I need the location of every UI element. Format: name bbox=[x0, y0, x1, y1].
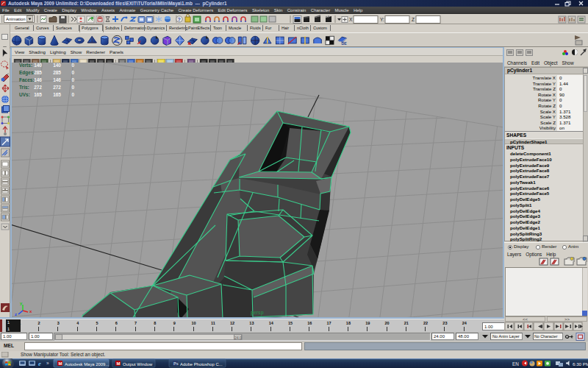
svg-text:Edges:: Edges: bbox=[19, 70, 35, 76]
svg-text:persp: persp bbox=[251, 310, 264, 316]
svg-text:0: 0 bbox=[71, 92, 74, 97]
svg-text:140: 140 bbox=[34, 63, 42, 68]
svg-text:Adobe Photoshop C...: Adobe Photoshop C... bbox=[180, 362, 223, 367]
svg-text:165: 165 bbox=[34, 92, 42, 97]
svg-text:»: » bbox=[46, 361, 49, 366]
svg-text:6:30 PM: 6:30 PM bbox=[573, 361, 588, 367]
svg-text:Ps: Ps bbox=[173, 361, 179, 366]
svg-text:z: z bbox=[15, 312, 17, 316]
svg-text:EN: EN bbox=[512, 361, 519, 367]
svg-text:0: 0 bbox=[71, 70, 74, 75]
svg-text:146: 146 bbox=[34, 77, 42, 82]
svg-text:146: 146 bbox=[53, 77, 61, 82]
svg-text:UVs:: UVs: bbox=[19, 92, 30, 97]
svg-text:Output Window: Output Window bbox=[123, 362, 153, 367]
svg-text:Tris:: Tris: bbox=[19, 85, 29, 90]
svg-text:0: 0 bbox=[71, 63, 74, 68]
svg-text:272: 272 bbox=[34, 85, 42, 90]
svg-text:Verts:: Verts: bbox=[19, 63, 32, 68]
svg-text:272: 272 bbox=[53, 85, 61, 90]
svg-text:140: 140 bbox=[53, 63, 61, 68]
svg-text:M: M bbox=[117, 361, 121, 366]
svg-text:Autodesk Maya 2009...: Autodesk Maya 2009... bbox=[65, 362, 110, 367]
svg-text:285: 285 bbox=[53, 70, 61, 75]
svg-text:M: M bbox=[59, 361, 62, 366]
svg-text:285: 285 bbox=[34, 70, 42, 75]
svg-text:0: 0 bbox=[71, 77, 74, 82]
svg-text:Faces:: Faces: bbox=[19, 77, 35, 82]
svg-text:165: 165 bbox=[53, 92, 61, 97]
svg-text:0: 0 bbox=[71, 85, 74, 90]
svg-text:e: e bbox=[38, 360, 41, 367]
